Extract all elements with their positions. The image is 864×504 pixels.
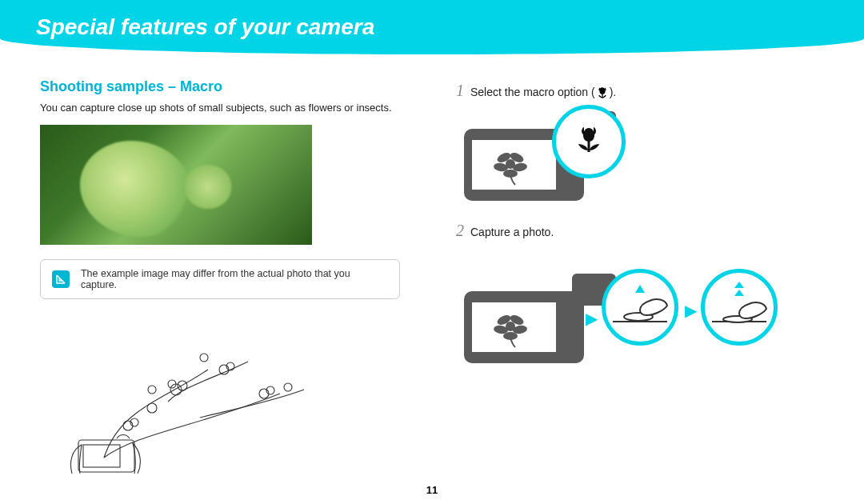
svg-point-9 xyxy=(147,403,157,413)
svg-marker-30 xyxy=(734,282,744,288)
svg-marker-28 xyxy=(635,285,645,293)
step-1-text: Select the macro option (). xyxy=(470,86,616,100)
shutter-half-press-icon xyxy=(602,269,678,346)
content-area: Shooting samples – Macro You can capture… xyxy=(0,54,864,477)
note-icon xyxy=(52,270,70,288)
shutter-full-press-icon xyxy=(701,269,778,346)
right-column: 1 Select the macro option (). xyxy=(456,78,816,477)
section-heading-macro: Shooting samples – Macro xyxy=(40,78,400,95)
step-1: 1 Select the macro option (). xyxy=(456,82,816,206)
svg-rect-14 xyxy=(83,445,120,467)
macro-intro-text: You can capture close up shots of small … xyxy=(40,102,400,115)
tulip-icon xyxy=(570,123,607,160)
page-header: Special features of your camera xyxy=(0,0,864,54)
camera-icon xyxy=(464,291,584,363)
sample-photo-macro-flower xyxy=(40,125,312,245)
step-2-text: Capture a photo. xyxy=(470,226,554,238)
svg-point-11 xyxy=(284,383,292,391)
illustration-select-macro xyxy=(464,110,816,206)
svg-point-12 xyxy=(148,386,156,394)
illustration-capture-photo: ▶ ▶ xyxy=(464,253,816,373)
page-number: 11 xyxy=(0,484,864,496)
svg-point-10 xyxy=(200,354,208,362)
arrow-right-icon: ▶ xyxy=(685,301,697,320)
step-2-number: 2 xyxy=(456,222,464,240)
svg-marker-31 xyxy=(734,290,744,296)
step-2: 2 Capture a photo. ▶ xyxy=(456,222,816,373)
step-1-text-prefix: Select the macro option ( xyxy=(470,86,595,98)
step-1-text-suffix: ). xyxy=(610,86,617,98)
macro-option-highlight xyxy=(552,105,626,178)
step-1-number: 1 xyxy=(456,82,464,100)
sketch-hands-camera-branch xyxy=(40,314,328,474)
tulip-icon xyxy=(595,86,610,100)
note-text: The example image may differ from the ac… xyxy=(81,268,388,290)
page-title: Special features of your camera xyxy=(36,14,374,40)
arrow-right-icon: ▶ xyxy=(586,309,598,328)
left-column: Shooting samples – Macro You can capture… xyxy=(40,78,400,477)
note-box: The example image may differ from the ac… xyxy=(40,259,400,299)
